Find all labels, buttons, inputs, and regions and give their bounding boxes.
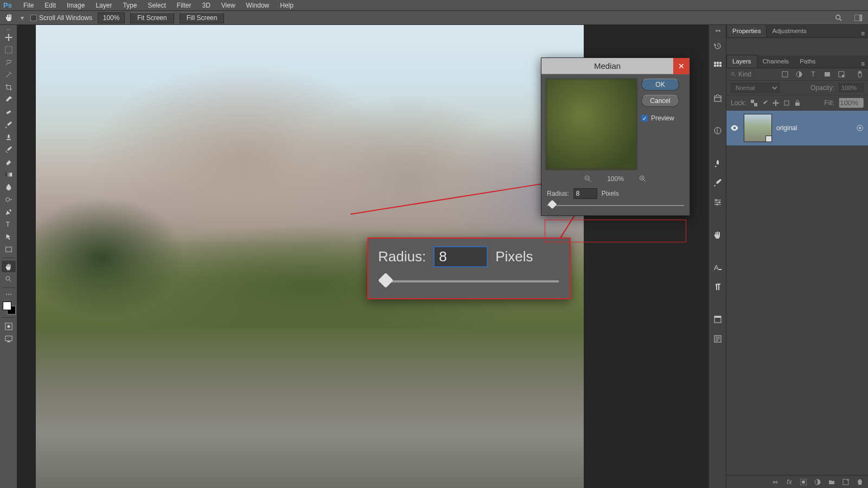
eraser-tool[interactable] bbox=[2, 156, 16, 168]
gradient-tool[interactable] bbox=[2, 169, 16, 180]
panel-menu-icon[interactable]: ≡ bbox=[858, 60, 868, 68]
spot-heal-tool[interactable] bbox=[2, 106, 16, 118]
visibility-icon[interactable] bbox=[731, 125, 739, 131]
menu-edit[interactable]: Edit bbox=[40, 1, 61, 10]
tab-channels[interactable]: Channels bbox=[757, 55, 795, 68]
callout-radius-slider[interactable] bbox=[378, 275, 560, 289]
slider-handle-icon[interactable] bbox=[378, 273, 393, 288]
dialog-titlebar[interactable]: Median ✕ bbox=[541, 58, 690, 74]
foreground-swatch[interactable] bbox=[3, 301, 11, 310]
blur-tool[interactable] bbox=[2, 181, 16, 192]
type-tool[interactable]: T bbox=[2, 219, 16, 230]
menu-select[interactable]: Select bbox=[143, 1, 170, 10]
menu-view[interactable]: View bbox=[216, 1, 240, 10]
layer-fx-icon[interactable]: fx bbox=[786, 478, 793, 486]
brush-settings-panel-icon[interactable] bbox=[712, 177, 724, 189]
layer-name[interactable]: original bbox=[776, 124, 852, 132]
history-panel-icon[interactable] bbox=[712, 40, 724, 52]
notes-panel-icon[interactable] bbox=[712, 333, 724, 345]
tab-adjustments[interactable]: Adjustments bbox=[767, 24, 812, 37]
expand-panels-icon[interactable]: ◂◂ bbox=[710, 28, 726, 33]
clone-stamp-tool[interactable] bbox=[2, 131, 16, 143]
info-panel-icon[interactable]: i bbox=[712, 125, 724, 137]
path-select-tool[interactable] bbox=[2, 231, 16, 242]
radius-input[interactable] bbox=[573, 188, 597, 199]
tab-paths[interactable]: Paths bbox=[794, 55, 821, 68]
libraries-panel-icon[interactable] bbox=[712, 92, 724, 104]
layer-filter-kind[interactable]: Kind bbox=[731, 70, 751, 78]
tool-preset-dropdown-icon[interactable]: ▾ bbox=[20, 13, 25, 23]
layer-thumbnail[interactable] bbox=[744, 114, 772, 142]
opacity-input[interactable] bbox=[839, 84, 864, 92]
filter-pixel-icon[interactable] bbox=[781, 70, 789, 78]
zoom-in-icon[interactable] bbox=[639, 175, 647, 183]
hand-tool[interactable] bbox=[2, 261, 16, 272]
menu-layer[interactable]: Layer bbox=[91, 1, 117, 10]
magic-wand-tool[interactable] bbox=[2, 69, 16, 80]
paragraph-panel-icon[interactable] bbox=[712, 281, 724, 293]
history-brush-tool[interactable] bbox=[2, 144, 16, 155]
filter-type-icon[interactable]: T bbox=[809, 70, 817, 78]
menu-window[interactable]: Window bbox=[241, 1, 275, 10]
tab-properties[interactable]: Properties bbox=[726, 24, 767, 37]
ok-button[interactable]: OK bbox=[641, 79, 679, 91]
quick-mask-tool[interactable] bbox=[2, 320, 16, 332]
new-adjustment-icon[interactable] bbox=[814, 478, 821, 486]
current-tool-icon[interactable] bbox=[4, 13, 14, 23]
zoom-tool[interactable] bbox=[2, 273, 16, 285]
new-layer-icon[interactable] bbox=[842, 478, 850, 486]
lock-transparent-icon[interactable] bbox=[751, 100, 757, 106]
search-icon[interactable] bbox=[833, 13, 844, 23]
filter-shape-icon[interactable] bbox=[824, 70, 831, 78]
cancel-button[interactable]: Cancel bbox=[641, 95, 679, 107]
properties-panel-icon[interactable] bbox=[712, 313, 724, 325]
zoom-percent-input[interactable] bbox=[98, 12, 125, 23]
fill-screen-button[interactable]: Fill Screen bbox=[180, 12, 225, 23]
fill-input[interactable] bbox=[839, 98, 864, 108]
panel-menu-icon[interactable]: ≡ bbox=[858, 30, 868, 37]
filter-smart-icon[interactable] bbox=[838, 70, 845, 78]
lock-image-icon[interactable] bbox=[762, 100, 768, 106]
character-panel-icon[interactable] bbox=[712, 157, 724, 169]
callout-radius-input[interactable] bbox=[433, 246, 488, 267]
screen-mode-tool[interactable] bbox=[2, 333, 16, 344]
move-tool[interactable] bbox=[2, 31, 16, 43]
toolbar-grip-icon[interactable]: ›› bbox=[7, 27, 10, 30]
zoom-out-icon[interactable] bbox=[584, 175, 592, 183]
workspace-switcher-icon[interactable] bbox=[853, 13, 864, 23]
rect-marquee-tool[interactable] bbox=[2, 44, 16, 55]
tab-layers[interactable]: Layers bbox=[726, 55, 757, 68]
rectangle-tool[interactable] bbox=[2, 243, 16, 255]
pen-tool[interactable] bbox=[2, 206, 16, 217]
menu-type[interactable]: Type bbox=[118, 1, 142, 10]
median-dialog[interactable]: Median ✕ OK Cancel ✓ Preview 100% bbox=[541, 57, 690, 216]
slider-handle-icon[interactable] bbox=[548, 200, 557, 209]
radius-slider[interactable] bbox=[547, 200, 684, 211]
color-swatches[interactable] bbox=[2, 300, 16, 314]
swatches-panel-icon[interactable] bbox=[712, 60, 724, 72]
fit-screen-button[interactable]: Fit Screen bbox=[130, 12, 174, 23]
lock-all-icon[interactable] bbox=[794, 100, 801, 106]
brush-tool[interactable] bbox=[2, 119, 16, 130]
styles-panel-icon[interactable] bbox=[712, 229, 724, 241]
layer-item[interactable]: original bbox=[726, 111, 868, 146]
new-group-icon[interactable] bbox=[828, 478, 835, 486]
blend-mode-select[interactable]: Normal bbox=[731, 83, 780, 93]
menu-image[interactable]: Image bbox=[62, 1, 90, 10]
eyedropper-tool[interactable] bbox=[2, 94, 16, 105]
document-canvas[interactable]: Radius: Pixels Median ✕ OK Cancel bbox=[17, 25, 709, 488]
edit-toolbar-icon[interactable]: ⋯ bbox=[2, 291, 16, 298]
add-mask-icon[interactable] bbox=[800, 478, 807, 486]
lock-artboard-icon[interactable] bbox=[783, 100, 790, 106]
lock-position-icon[interactable] bbox=[773, 100, 779, 106]
menu-3d[interactable]: 3D bbox=[197, 1, 215, 10]
menu-file[interactable]: File bbox=[18, 1, 39, 10]
close-icon[interactable]: ✕ bbox=[673, 58, 690, 74]
menu-help[interactable]: Help bbox=[275, 1, 298, 10]
adjustments-panel-icon[interactable] bbox=[712, 196, 724, 208]
filter-toggle-icon[interactable] bbox=[856, 70, 864, 78]
dodge-tool[interactable] bbox=[2, 194, 16, 205]
filter-adjust-icon[interactable] bbox=[795, 70, 803, 78]
delete-layer-icon[interactable] bbox=[856, 478, 864, 486]
preview-checkbox[interactable]: ✓ Preview bbox=[641, 114, 679, 122]
